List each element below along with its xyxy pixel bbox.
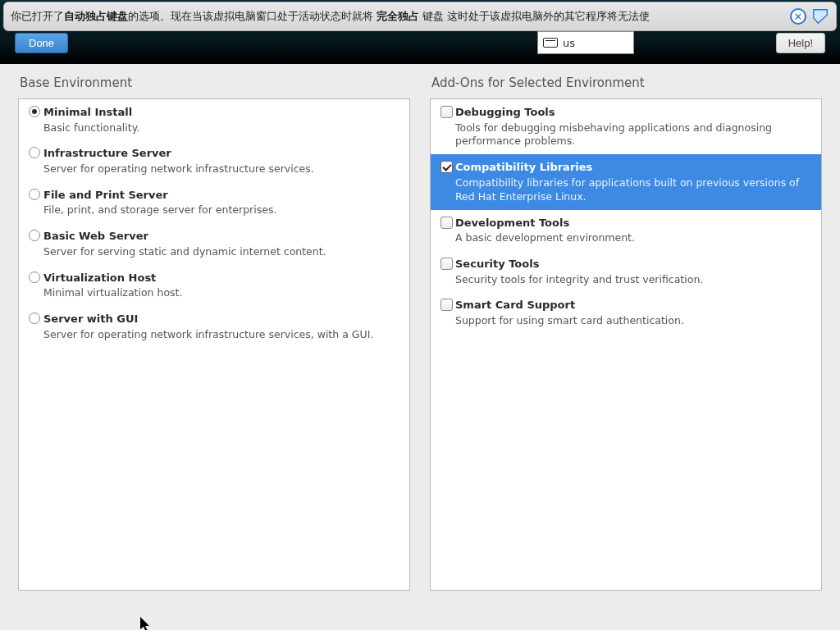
option-desc: Tools for debugging misbehaving applicat… xyxy=(455,121,813,149)
base-env-option[interactable]: Basic Web ServerServer for serving stati… xyxy=(19,223,409,264)
option-title: File and Print Server xyxy=(43,188,401,203)
vm-text-bold-2: 完全独占 xyxy=(377,9,419,24)
done-button[interactable]: Done xyxy=(15,33,68,53)
option-title: Compatibility Libraries xyxy=(455,160,813,175)
option-desc: Compatibility libraries for applications… xyxy=(455,176,813,204)
vm-banner: 你已打开了 自动独占键盘 的选项。现在当该虚拟电脑窗口处于活动状态时就将 完全独… xyxy=(3,2,837,31)
base-environment-title: Base Environment xyxy=(18,75,410,90)
base-env-option[interactable]: Minimal InstallBasic functionality. xyxy=(19,99,409,140)
base-env-option[interactable]: Infrastructure ServerServer for operatin… xyxy=(19,140,409,181)
option-desc: Server for operating network infrastruct… xyxy=(43,328,401,342)
addon-option[interactable]: Compatibility LibrariesCompatibility lib… xyxy=(431,154,821,209)
vm-text-1: 你已打开了 xyxy=(11,9,64,24)
option-title: Minimal Install xyxy=(43,105,401,120)
option-desc: File, print, and storage server for ente… xyxy=(43,203,401,217)
checkbox-icon[interactable] xyxy=(441,161,453,173)
radio-icon[interactable] xyxy=(29,189,40,200)
option-desc: Server for serving static and dynamic in… xyxy=(43,245,401,259)
radio-icon[interactable] xyxy=(29,147,40,158)
option-desc: Security tools for integrity and trust v… xyxy=(455,273,813,287)
addon-option[interactable]: Development ToolsA basic development env… xyxy=(431,210,821,251)
option-desc: Basic functionality. xyxy=(43,121,401,135)
option-title: Virtualization Host xyxy=(43,271,401,285)
radio-icon[interactable] xyxy=(29,272,40,283)
checkbox-icon[interactable] xyxy=(441,299,453,311)
svg-marker-0 xyxy=(814,10,828,24)
help-button[interactable]: Help! xyxy=(776,33,825,53)
pin-icon[interactable] xyxy=(811,7,829,25)
keyboard-layout-label: us xyxy=(563,37,575,49)
option-title: Server with GUI xyxy=(43,312,401,326)
option-title: Development Tools xyxy=(455,216,813,231)
vm-text-3: 键盘 xyxy=(422,9,444,24)
cursor-icon xyxy=(139,617,151,630)
close-icon[interactable]: ✕ xyxy=(790,8,806,25)
option-title: Infrastructure Server xyxy=(43,146,401,161)
option-desc: Support for using smart card authenticat… xyxy=(455,314,813,328)
vm-text-4: 这时处于该虚拟电脑外的其它程序将无法使 xyxy=(447,9,650,24)
base-environment-column: Base Environment Minimal InstallBasic fu… xyxy=(18,75,410,591)
option-title: Smart Card Support xyxy=(455,298,813,313)
base-environment-list: Minimal InstallBasic functionality.Infra… xyxy=(18,98,410,591)
option-title: Debugging Tools xyxy=(455,105,813,120)
checkbox-icon[interactable] xyxy=(441,258,453,270)
base-env-option[interactable]: Server with GUIServer for operating netw… xyxy=(19,306,409,347)
addon-option[interactable]: Debugging ToolsTools for debugging misbe… xyxy=(431,99,821,154)
addon-option[interactable]: Security ToolsSecurity tools for integri… xyxy=(431,251,821,292)
option-desc: Server for operating network infrastruct… xyxy=(43,162,401,176)
vm-text-bold-1: 自动独占键盘 xyxy=(64,9,128,24)
option-desc: Minimal virtualization host. xyxy=(43,286,401,300)
addons-list: Debugging ToolsTools for debugging misbe… xyxy=(430,98,822,591)
radio-icon[interactable] xyxy=(29,230,40,241)
checkbox-icon[interactable] xyxy=(441,217,453,229)
addons-title: Add-Ons for Selected Environment xyxy=(430,75,822,90)
radio-icon[interactable] xyxy=(29,106,40,117)
base-env-option[interactable]: Virtualization HostMinimal virtualizatio… xyxy=(19,265,409,306)
option-title: Security Tools xyxy=(455,257,813,272)
svg-marker-1 xyxy=(140,617,149,630)
option-title: Basic Web Server xyxy=(43,229,401,244)
vm-text-2: 的选项。现在当该虚拟电脑窗口处于活动状态时就将 xyxy=(128,9,373,24)
keyboard-icon xyxy=(543,38,558,48)
base-env-option[interactable]: File and Print ServerFile, print, and st… xyxy=(19,182,409,223)
keyboard-indicator[interactable]: us xyxy=(537,31,634,54)
content: Base Environment Minimal InstallBasic fu… xyxy=(18,75,822,591)
addons-column: Add-Ons for Selected Environment Debuggi… xyxy=(430,75,822,591)
radio-icon[interactable] xyxy=(29,313,40,324)
option-desc: A basic development environment. xyxy=(455,231,813,245)
checkbox-icon[interactable] xyxy=(441,106,453,118)
addon-option[interactable]: Smart Card SupportSupport for using smar… xyxy=(431,292,821,333)
